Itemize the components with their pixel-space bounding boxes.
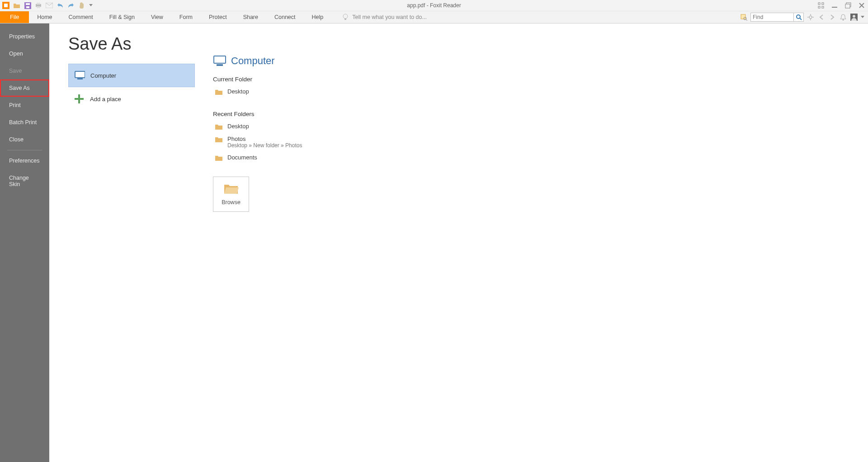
find-box xyxy=(750,13,804,22)
folder-icon xyxy=(215,89,223,95)
minimize-icon[interactable] xyxy=(831,2,838,9)
find-prev-icon[interactable] xyxy=(817,13,826,21)
find-next-icon[interactable] xyxy=(828,13,836,21)
restore-icon[interactable] xyxy=(844,2,852,9)
svg-point-29 xyxy=(853,15,855,18)
sidebar-item-properties[interactable]: Properties xyxy=(0,28,49,45)
svg-line-19 xyxy=(746,19,747,21)
tab-view[interactable]: View xyxy=(143,11,171,23)
recent-folders-label: Recent Folders xyxy=(213,111,448,117)
folder-icon xyxy=(215,155,223,161)
recent-folder-row[interactable]: Documents xyxy=(213,151,448,164)
svg-point-22 xyxy=(809,16,812,19)
ribbon-display-icon[interactable] xyxy=(817,2,825,9)
window-title: app.pdf - Foxit Reader xyxy=(0,2,868,9)
folder-icon xyxy=(215,124,223,130)
sidebar-item-save[interactable]: Save xyxy=(0,62,49,79)
location-add-place[interactable]: Add a place xyxy=(68,87,195,111)
svg-rect-10 xyxy=(818,6,820,8)
computer-large-icon xyxy=(213,55,226,67)
browse-button[interactable]: Browse xyxy=(213,177,249,212)
current-folder-row[interactable]: Desktop xyxy=(213,85,448,98)
page-title: Save As xyxy=(68,34,195,54)
tab-help[interactable]: Help xyxy=(304,11,332,23)
settings-gear-icon[interactable] xyxy=(807,13,815,21)
tab-protect[interactable]: Protect xyxy=(201,11,235,23)
tell-me-placeholder: Tell me what you want to do... xyxy=(352,14,427,20)
close-icon[interactable] xyxy=(858,2,865,9)
sidebar-item-print[interactable]: Print xyxy=(0,97,49,114)
folder-icon xyxy=(215,136,223,143)
sidebar-item-batch-print[interactable]: Batch Print xyxy=(0,114,49,131)
recent-folder-row[interactable]: Desktop xyxy=(213,120,448,133)
recent-folder-name: Photos xyxy=(227,135,302,142)
svg-rect-33 xyxy=(75,98,84,100)
title-bar: app.pdf - Foxit Reader xyxy=(0,0,868,11)
svg-rect-34 xyxy=(214,56,226,63)
highlight-search-icon[interactable] xyxy=(740,13,748,21)
recent-folder-name: Documents xyxy=(227,154,257,161)
tell-me-search[interactable]: Tell me what you want to do... xyxy=(342,11,427,23)
redo-icon[interactable] xyxy=(67,1,75,9)
save-as-left-column: Save As Computer Add a place xyxy=(68,34,195,462)
print-icon[interactable] xyxy=(34,1,42,9)
user-account-icon[interactable] xyxy=(850,13,858,21)
svg-rect-14 xyxy=(845,4,850,8)
svg-point-27 xyxy=(843,19,844,20)
svg-line-21 xyxy=(800,18,802,20)
find-input[interactable] xyxy=(750,13,794,22)
tab-home[interactable]: Home xyxy=(29,11,60,23)
browse-label: Browse xyxy=(222,199,241,205)
computer-icon xyxy=(74,70,85,81)
svg-rect-8 xyxy=(818,3,820,5)
svg-rect-9 xyxy=(822,3,824,5)
save-locations-list: Computer Add a place xyxy=(68,64,195,111)
tab-form[interactable]: Form xyxy=(171,11,201,23)
tab-fill-sign[interactable]: Fill & Sign xyxy=(101,11,143,23)
svg-rect-16 xyxy=(344,19,346,20)
current-folder-label: Current Folder xyxy=(213,76,448,83)
recent-folder-row[interactable]: Photos Desktop » New folder » Photos xyxy=(213,133,448,151)
hand-tool-icon[interactable] xyxy=(78,1,86,9)
recent-folder-name: Desktop xyxy=(227,123,249,130)
open-icon[interactable] xyxy=(13,1,21,9)
tab-share[interactable]: Share xyxy=(235,11,266,23)
svg-rect-6 xyxy=(37,6,40,8)
email-icon[interactable] xyxy=(45,1,53,9)
undo-icon[interactable] xyxy=(56,1,64,9)
sidebar-item-preferences[interactable]: Preferences xyxy=(0,152,49,169)
file-sidebar: Properties Open Save Save As Print Batch… xyxy=(0,23,49,462)
tab-connect[interactable]: Connect xyxy=(266,11,304,23)
sidebar-item-close[interactable]: Close xyxy=(0,131,49,148)
folder-open-icon xyxy=(223,183,239,195)
app-logo-icon[interactable] xyxy=(2,1,10,9)
svg-rect-5 xyxy=(37,3,40,5)
save-as-content: Save As Computer Add a place xyxy=(49,23,868,462)
notification-bell-icon[interactable] xyxy=(839,13,847,21)
window-controls xyxy=(817,2,865,9)
lightbulb-icon xyxy=(342,14,349,21)
right-panel-header: Computer xyxy=(213,55,448,67)
sidebar-item-open[interactable]: Open xyxy=(0,45,49,62)
right-panel-header-text: Computer xyxy=(231,55,275,67)
svg-rect-35 xyxy=(217,64,223,66)
user-dropdown-icon[interactable] xyxy=(861,13,864,21)
save-icon[interactable] xyxy=(24,1,32,9)
save-as-right-column: Computer Current Folder Desktop Recent F… xyxy=(213,34,448,462)
current-folder-name: Desktop xyxy=(227,88,249,95)
location-computer[interactable]: Computer xyxy=(68,64,195,87)
svg-rect-2 xyxy=(26,3,30,5)
location-add-place-label: Add a place xyxy=(90,96,121,103)
svg-rect-17 xyxy=(741,14,745,19)
sidebar-item-save-as[interactable]: Save As xyxy=(0,79,49,97)
recent-folders-block: Recent Folders Desktop Photos Desktop » … xyxy=(213,111,448,164)
ribbon-right-controls xyxy=(740,11,868,23)
tab-file[interactable]: File xyxy=(0,11,29,23)
find-search-button[interactable] xyxy=(794,13,804,22)
svg-point-20 xyxy=(797,15,800,19)
tab-comment[interactable]: Comment xyxy=(61,11,101,23)
svg-point-15 xyxy=(343,14,348,19)
qat-dropdown-icon[interactable] xyxy=(89,1,93,9)
svg-rect-31 xyxy=(77,78,83,79)
sidebar-item-change-skin[interactable]: Change Skin xyxy=(0,169,49,193)
